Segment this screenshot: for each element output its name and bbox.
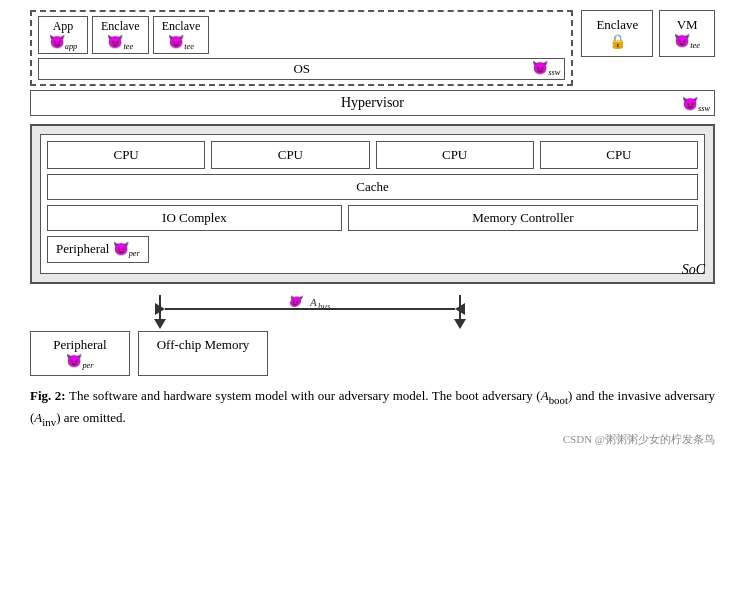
svg-text:bus: bus bbox=[318, 301, 331, 311]
cpu1-label: CPU bbox=[113, 147, 138, 162]
enclave1-label: Enclave bbox=[101, 19, 140, 33]
vm-box: VM 😈tee bbox=[659, 10, 715, 57]
vm-label: VM bbox=[677, 17, 698, 32]
soc-label: SoC bbox=[682, 262, 705, 278]
peripheral-external-label: Peripheral bbox=[53, 337, 106, 352]
peripheral-inner-label: Peripheral bbox=[56, 241, 109, 256]
peripheral-external-box: Peripheral 😈per bbox=[30, 331, 130, 376]
memory-controller-box: Memory Controller bbox=[348, 205, 698, 231]
svg-text:A: A bbox=[309, 296, 317, 308]
svg-marker-1 bbox=[154, 319, 166, 329]
demon-per2: 😈 bbox=[66, 353, 82, 368]
hypervisor-bar: Hypervisor 😈ssw bbox=[30, 90, 715, 116]
enclave2-label: Enclave bbox=[162, 19, 201, 33]
software-dashed-box: App 😈app Enclave 😈tee Enclave 😈tee OS bbox=[30, 10, 573, 86]
app-label: App bbox=[53, 19, 74, 33]
demon-per: 😈 bbox=[113, 241, 129, 256]
connector-svg: 😈 A bus bbox=[30, 295, 715, 331]
hypervisor-label: Hypervisor bbox=[341, 95, 404, 110]
os-label: OS bbox=[293, 61, 310, 76]
caption: Fig. 2: The software and hardware system… bbox=[0, 382, 745, 432]
cache-bar: Cache bbox=[47, 174, 698, 200]
memory-controller-label: Memory Controller bbox=[472, 210, 573, 225]
connector-area: 😈 A bus bbox=[0, 295, 745, 331]
cpu2-box: CPU bbox=[211, 141, 369, 169]
adv-per2-label: per bbox=[82, 356, 93, 367]
io-mem-row: IO Complex Memory Controller bbox=[47, 205, 698, 231]
peripheral-inner-box: Peripheral 😈per bbox=[47, 236, 149, 263]
lock-icon: 🔒 bbox=[609, 34, 626, 49]
enclave1-box: Enclave 😈tee bbox=[92, 16, 149, 54]
demon-app: 😈 bbox=[49, 34, 65, 49]
demon-ssw: 😈 bbox=[532, 60, 548, 75]
svg-text:😈: 😈 bbox=[287, 295, 305, 308]
offchip-label: Off-chip Memory bbox=[157, 337, 250, 352]
enclave-right-label: Enclave bbox=[596, 17, 638, 32]
enclave-right-box: Enclave 🔒 bbox=[581, 10, 653, 57]
peripheral-inner-row: Peripheral 😈per bbox=[47, 236, 698, 267]
cpu3-label: CPU bbox=[442, 147, 467, 162]
app-box: App 😈app bbox=[38, 16, 88, 54]
cpu2-label: CPU bbox=[278, 147, 303, 162]
external-row: Peripheral 😈per Off-chip Memory bbox=[0, 331, 745, 376]
adv-ssw: ssw bbox=[548, 63, 560, 74]
cpu1-box: CPU bbox=[47, 141, 205, 169]
cache-label: Cache bbox=[356, 179, 388, 194]
os-bar: OS 😈ssw bbox=[38, 58, 565, 80]
demon-ssw2: 😈 bbox=[682, 96, 698, 111]
adv-tee2: tee bbox=[690, 36, 700, 47]
demon-tee1: 😈 bbox=[107, 34, 123, 49]
caption-text: Fig. 2: The software and hardware system… bbox=[30, 388, 715, 425]
adv-app: app bbox=[65, 37, 78, 48]
demon-tee2: 😈 bbox=[674, 33, 690, 48]
soc-inner: CPU CPU CPU CPU Cache IO Complex bbox=[40, 134, 705, 274]
cpu-row: CPU CPU CPU CPU bbox=[47, 141, 698, 169]
watermark: CSDN @粥粥粥少女的柠发条鸟 bbox=[0, 432, 745, 447]
cpu3-box: CPU bbox=[376, 141, 534, 169]
io-complex-box: IO Complex bbox=[47, 205, 342, 231]
right-software-boxes: Enclave 🔒 VM 😈tee bbox=[581, 10, 715, 57]
demon-tee1b: 😈 bbox=[168, 34, 184, 49]
offchip-box: Off-chip Memory bbox=[138, 331, 268, 376]
soc-container: CPU CPU CPU CPU Cache IO Complex bbox=[30, 124, 715, 284]
svg-marker-3 bbox=[454, 319, 466, 329]
adv-ssw2: ssw bbox=[698, 99, 710, 110]
enclave2-box: Enclave 😈tee bbox=[153, 16, 210, 54]
adv-tee1b: tee bbox=[184, 37, 194, 48]
adv-per-label: per bbox=[129, 244, 140, 255]
adv-tee1: tee bbox=[123, 37, 133, 48]
cpu4-box: CPU bbox=[540, 141, 698, 169]
cpu4-label: CPU bbox=[606, 147, 631, 162]
io-complex-label: IO Complex bbox=[162, 210, 227, 225]
